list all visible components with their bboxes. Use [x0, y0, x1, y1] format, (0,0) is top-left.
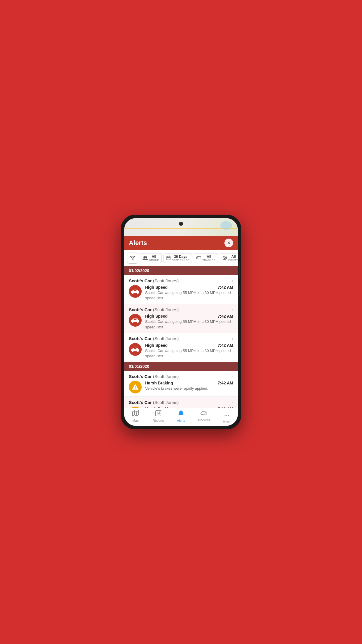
speed-alert-icon — [129, 314, 142, 327]
map-road-horizontal — [124, 228, 238, 229]
alert-row[interactable]: Scott's Car (Scott Jones) › Harsh Brakin… — [124, 371, 238, 397]
group-icon — [143, 256, 148, 261]
filter-tracker[interactable]: All TRACKER — [194, 253, 218, 263]
nav-label-trackers: Trackers — [198, 418, 210, 422]
alert-title-row: High Speed 7:42 AM — [145, 285, 233, 290]
alert-type: High Speed — [145, 343, 168, 348]
alert-detail: High Speed 7:42 AM Scott's Car was going… — [129, 314, 233, 330]
alert-row[interactable]: Scott's Car (Scott Jones) › High Speed 7… — [124, 304, 238, 333]
vehicle-name: Scott's Car (Scott Jones) — [129, 307, 179, 312]
alert-content: Harsh Braking 7:42 AM Vehicle's brakes w… — [145, 381, 233, 391]
filter-icon-button[interactable] — [127, 253, 138, 264]
trackers-nav-icon — [201, 410, 207, 418]
vehicle-name: Scott's Car (Scott Jones) — [129, 400, 179, 405]
side-button — [239, 261, 240, 279]
page-title: Alerts — [129, 239, 147, 247]
phone-frame: Alerts × All GROUP — [121, 215, 241, 429]
camera — [179, 222, 183, 226]
side-button-2 — [239, 285, 240, 296]
date-header-2: 01/01/2020 — [124, 362, 238, 371]
chevron-right-icon: › — [232, 374, 233, 379]
nav-label-more: More — [223, 420, 230, 424]
nav-item-alerts[interactable]: Alerts — [170, 410, 192, 424]
vehicle-name: Scott's Car (Scott Jones) — [129, 278, 179, 283]
group-label: GROUP — [149, 259, 159, 262]
tracker-filter-text: All TRACKER — [202, 255, 215, 262]
vehicle-name: Scott's Car (Scott Jones) — [129, 374, 179, 379]
nav-item-more[interactable]: ··· More — [215, 410, 238, 424]
svg-marker-19 — [133, 411, 138, 416]
svg-point-16 — [135, 388, 136, 389]
alert-content: High Speed 7:42 AM Scott's Car was going… — [145, 285, 233, 301]
driver-icon — [222, 256, 227, 261]
alert-row[interactable]: Scott's Car (Scott Jones) › Harsh Brakin… — [124, 397, 238, 408]
phone-screen: Alerts × All GROUP — [124, 218, 238, 426]
svg-point-11 — [224, 257, 226, 258]
filter-driver[interactable]: All DRIVER — [220, 253, 238, 263]
vehicle-row: Scott's Car (Scott Jones) › — [129, 336, 233, 341]
alert-description: Vehicle's brakes were rapidly applied. — [145, 386, 233, 391]
date-label: DATE RANGE — [172, 259, 190, 262]
alert-detail: Harsh Braking 7:42 AM Vehicle's brakes w… — [129, 381, 233, 393]
vehicle-row: Scott's Car (Scott Jones) › — [129, 374, 233, 379]
more-nav-icon: ··· — [224, 410, 229, 419]
map-water — [220, 221, 232, 230]
alert-time: 7:42 AM — [218, 343, 233, 348]
alert-detail: High Speed 7:42 AM Scott's Car was going… — [129, 285, 233, 301]
alerts-list[interactable]: 01/02/2020 Scott's Car (Scott Jones) › — [124, 266, 238, 408]
alert-description: Scott's Car was going 55 MPH in a 30 MPH… — [145, 319, 233, 330]
date-header-1: 01/02/2020 — [124, 266, 238, 275]
calendar-icon — [166, 256, 171, 261]
vehicle-owner: (Scott Jones) — [153, 307, 179, 312]
tracker-icon — [196, 256, 201, 261]
nav-label-reports: Reports — [153, 419, 164, 422]
date-filter-text: 30 Days DATE RANGE — [172, 255, 190, 262]
vehicle-owner: (Scott Jones) — [153, 400, 179, 405]
alerts-header: Alerts × — [124, 236, 238, 250]
group-filter-text: All GROUP — [149, 255, 159, 262]
nav-item-trackers[interactable]: Trackers — [192, 410, 215, 424]
chevron-right-icon: › — [232, 278, 233, 283]
vehicle-row: Scott's Car (Scott Jones) › — [129, 278, 233, 283]
vehicle-owner: (Scott Jones) — [153, 278, 179, 283]
date-1: 01/02/2020 — [129, 268, 149, 273]
alert-description: Scott's Car was going 55 MPH in a 30 MPH… — [145, 348, 233, 359]
alert-row[interactable]: Scott's Car (Scott Jones) › High Speed 7… — [124, 275, 238, 304]
nav-item-reports[interactable]: Reports — [147, 410, 170, 424]
map-road-vertical — [187, 218, 187, 236]
alert-type: High Speed — [145, 314, 168, 318]
alert-title-row: High Speed 7:42 AM — [145, 343, 233, 348]
speed-alert-icon — [129, 343, 142, 356]
chevron-right-icon: › — [232, 400, 233, 405]
filter-date-range[interactable]: 30 Days DATE RANGE — [164, 253, 192, 263]
alert-time: 7:42 AM — [218, 285, 233, 290]
vehicle-row: Scott's Car (Scott Jones) › — [129, 400, 233, 405]
alert-row[interactable]: Scott's Car (Scott Jones) › High Speed 7… — [124, 333, 238, 362]
driver-label: DRIVER — [228, 259, 238, 262]
tracker-value: All — [207, 255, 211, 259]
svg-point-2 — [145, 256, 147, 258]
filter-bar: All GROUP 30 Days DATE RANGE — [124, 250, 238, 266]
map-nav-icon — [132, 410, 139, 418]
nav-item-map[interactable]: Map — [124, 410, 147, 424]
date-2: 01/01/2020 — [129, 364, 149, 369]
alert-type: Harsh Braking — [145, 381, 173, 385]
driver-filter-text: All DRIVER — [228, 255, 238, 262]
close-button[interactable]: × — [224, 239, 233, 247]
svg-rect-7 — [197, 257, 201, 259]
alert-time: 7:42 AM — [218, 381, 233, 385]
vehicle-row: Scott's Car (Scott Jones) › — [129, 307, 233, 312]
speed-alert-icon — [129, 285, 142, 298]
chevron-right-icon: › — [232, 307, 233, 312]
alert-title-row: High Speed 7:42 AM — [145, 314, 233, 318]
alert-time: 7:42 AM — [218, 314, 233, 318]
nav-label-map: Map — [132, 419, 138, 422]
svg-point-1 — [143, 256, 145, 258]
bottom-navigation: Map Reports — [124, 408, 238, 426]
alert-description: Scott's Car was going 55 MPH in a 30 MPH… — [145, 290, 233, 301]
filter-group[interactable]: All GROUP — [140, 253, 162, 263]
alert-title-row: Harsh Braking 7:42 AM — [145, 381, 233, 385]
tracker-label: TRACKER — [202, 259, 215, 262]
date-value: 30 Days — [174, 255, 187, 259]
braking-alert-icon — [129, 381, 142, 393]
